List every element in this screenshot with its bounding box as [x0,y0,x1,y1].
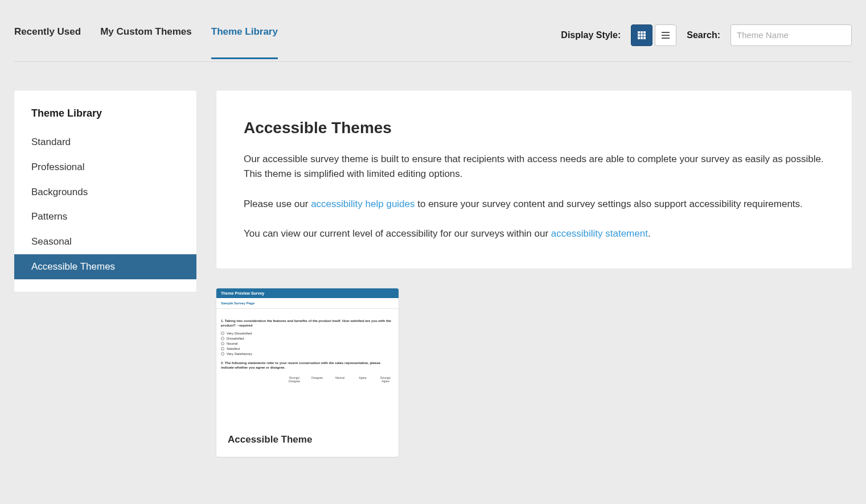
svg-rect-0 [638,31,640,34]
info-paragraph-1: Our accessible survey theme is built to … [244,152,824,182]
info-title: Accessible Themes [244,119,824,137]
right-controls: Display Style: Search: [561,24,852,60]
svg-rect-2 [643,31,646,34]
preview-header: Theme Preview Survey [216,288,399,298]
list-view-button[interactable] [655,24,676,46]
preview-matrix-col: Neutral [331,376,348,383]
info-p2-text-b: to ensure your survey content and survey… [415,199,803,209]
search-input[interactable] [730,24,852,46]
grid-icon [637,31,646,40]
preview-opt: Very Satisfactory [221,352,394,356]
svg-rect-7 [641,37,643,39]
grid-view-button[interactable] [631,24,652,46]
sidebar-item-backgrounds[interactable]: Backgrounds [14,180,196,205]
top-bar: Recently Used My Custom Themes Theme Lib… [14,0,852,62]
preview-matrix-col: Strongly Disagree [286,376,303,383]
preview-q2: 2. The following statements refer to you… [221,361,394,370]
accessibility-help-guides-link[interactable]: accessibility help guides [311,199,414,209]
accessibility-statement-link[interactable]: accessibility statement [551,228,648,239]
svg-rect-3 [638,34,640,36]
info-p3-text-a: You can view our current level of access… [244,228,551,239]
tab-my-custom-themes[interactable]: My Custom Themes [100,26,192,59]
sidebar-item-standard[interactable]: Standard [14,130,196,155]
preview-q1: 1. Taking into consideration the feature… [221,319,394,328]
display-style-toggle [631,24,676,46]
svg-rect-11 [662,38,670,39]
preview-opt-label: Very Dissatisfied [227,332,252,335]
preview-opt-label: Very Satisfactory [227,352,252,356]
info-p2-text-a: Please use our [244,199,311,209]
info-paragraph-3: You can view our current level of access… [244,226,824,241]
theme-name: Accessible Theme [216,424,399,457]
svg-rect-4 [641,34,643,36]
preview-opt: Dissatisfied [221,337,394,340]
preview-matrix-col: Strongly Agree [377,376,394,383]
theme-card-accessible[interactable]: Theme Preview Survey Sample Survey Page … [216,288,399,457]
preview-page-title: Sample Survey Page [216,298,399,309]
list-icon [661,31,670,40]
preview-opt-label: Neutral [227,342,237,345]
sidebar-title: Theme Library [14,103,196,130]
preview-opt-label: Dissatisfied [227,337,244,340]
svg-rect-5 [643,34,646,36]
info-paragraph-2: Please use our accessibility help guides… [244,197,824,212]
preview-matrix-col: Agree [354,376,371,383]
tab-theme-library[interactable]: Theme Library [211,26,278,59]
preview-opt: Satisfied [221,347,394,350]
tab-recently-used[interactable]: Recently Used [14,26,81,59]
main-tabs: Recently Used My Custom Themes Theme Lib… [14,26,278,59]
svg-rect-6 [638,37,640,39]
svg-rect-8 [643,37,646,39]
display-style-label: Display Style: [561,30,621,40]
sidebar-item-professional[interactable]: Professional [14,155,196,180]
preview-opt: Neutral [221,342,394,345]
info-card: Accessible Themes Our accessible survey … [216,90,852,268]
preview-matrix-head: Strongly Disagree Disagree Neutral Agree… [221,374,394,384]
svg-rect-1 [641,31,643,34]
svg-rect-9 [662,32,670,33]
sidebar-item-patterns[interactable]: Patterns [14,204,196,229]
main-column: Accessible Themes Our accessible survey … [216,90,852,457]
preview-opt-label: Satisfied [227,347,240,350]
preview-matrix-col: Disagree [309,376,326,383]
sidebar-item-accessible-themes[interactable]: Accessible Themes [14,254,196,279]
info-p3-text-b: . [648,228,651,239]
theme-preview: Theme Preview Survey Sample Survey Page … [216,288,399,424]
svg-rect-10 [662,35,670,36]
sidebar-item-seasonal[interactable]: Seasonal [14,229,196,254]
preview-opt: Very Dissatisfied [221,332,394,335]
search-label: Search: [687,30,720,40]
sidebar: Theme Library Standard Professional Back… [14,90,196,292]
